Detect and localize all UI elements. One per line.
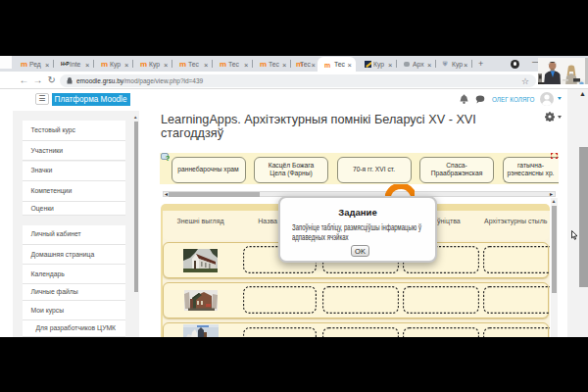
svg-text:?: ? [165, 154, 169, 162]
